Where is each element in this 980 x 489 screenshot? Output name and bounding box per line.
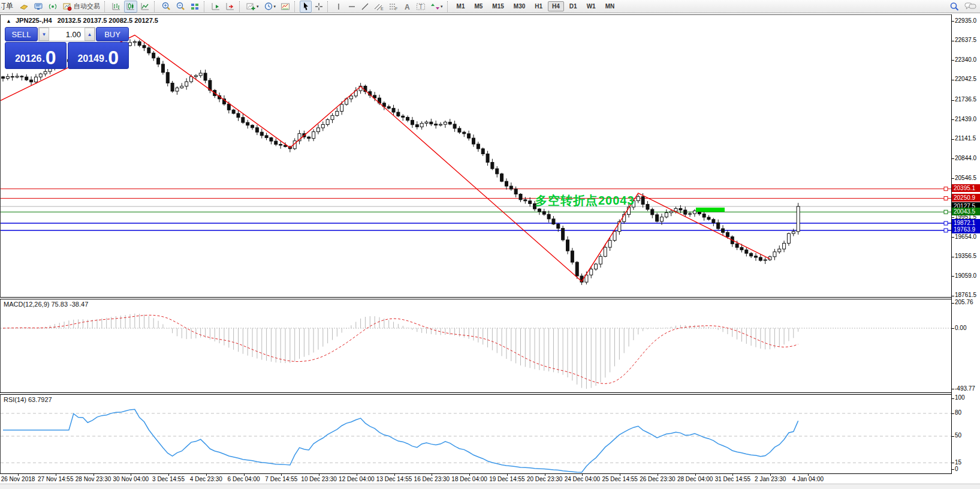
arrows-icon[interactable]: ▾: [429, 1, 445, 13]
sell-button[interactable]: SELL: [5, 27, 38, 41]
ohlc-values: 20132.5 20137.5 20082.5 20127.5: [58, 17, 158, 24]
macd-chart: [1, 299, 952, 392]
pivot-annotation-text: 多空转折点20043: [535, 193, 635, 209]
toolbar-separator: [104, 1, 107, 12]
crosshair-icon[interactable]: [313, 1, 325, 13]
timeframe-button-m15[interactable]: M15: [488, 1, 508, 11]
axis-tick-mark: [952, 303, 954, 304]
time-axis-label: 6 Dec 04:00: [228, 476, 260, 482]
time-axis-label: 10 Dec 23:30: [301, 476, 337, 482]
toolbar: 订单自动交易▾▾EFAT▾M1M5M15M30H1H4D1W1MN: [0, 0, 980, 13]
toolbar-separator: [204, 1, 207, 12]
candlestick-chart: [1, 15, 952, 298]
text-icon[interactable]: A: [401, 1, 413, 13]
timeframe-button-m1[interactable]: M1: [453, 1, 469, 11]
price-axis-label: 21439.0: [955, 116, 976, 122]
label-icon[interactable]: T: [414, 1, 427, 13]
macd-axis-label: -493.77: [955, 385, 975, 392]
vertical-line-icon[interactable]: [333, 1, 345, 13]
toolbar-separator: [239, 1, 242, 12]
buy-price-display[interactable]: 20149.0: [68, 42, 129, 69]
timeframe-button-mn[interactable]: MN: [601, 1, 619, 11]
time-axis-label: 31 Dec 14:55: [715, 476, 751, 482]
axis-tick-mark: [952, 296, 954, 296]
signals-icon[interactable]: [46, 1, 59, 13]
axis-tick-mark: [952, 60, 954, 61]
price-axis-label: 22935.0: [955, 17, 976, 24]
time-axis-label: 16 Dec 23:30: [414, 476, 450, 482]
timeframe-button-w1[interactable]: W1: [583, 1, 600, 11]
axis-tick-mark: [952, 119, 954, 120]
periods-icon[interactable]: ▾: [262, 1, 278, 13]
cursor-icon[interactable]: [300, 1, 312, 13]
axis-tick-mark: [952, 158, 954, 159]
order-book-icon[interactable]: [17, 1, 31, 13]
fibonacci-icon[interactable]: F: [387, 1, 400, 13]
candle-chart-icon[interactable]: [124, 1, 137, 13]
price-axis-label: 22340.0: [955, 56, 976, 63]
trendline-icon[interactable]: [359, 1, 371, 13]
tile-windows-icon[interactable]: [188, 1, 201, 13]
macd-axis-label: 0.00: [955, 325, 966, 331]
toolbar-separator: [294, 1, 297, 12]
macd-indicator-label: MACD(12,26,9) 75.83 -38.47: [4, 301, 88, 308]
axis-tick-mark: [952, 436, 954, 437]
status-strip: [0, 484, 980, 489]
price-axis-label: 19654.0: [955, 233, 976, 240]
price-axis[interactable]: 22935.022637.522340.022042.521736.521439…: [951, 14, 980, 484]
search-icon[interactable]: [948, 1, 961, 13]
line-chart-icon[interactable]: [138, 1, 152, 13]
rsi-axis-label: 0: [955, 466, 958, 472]
terminal-icon[interactable]: [32, 1, 45, 13]
zoom-in-icon[interactable]: [159, 1, 173, 13]
timeframe-button-m5[interactable]: M5: [470, 1, 487, 11]
templates-icon[interactable]: [279, 1, 292, 13]
macd-pane[interactable]: [0, 299, 951, 392]
timeframe-button-h1[interactable]: H1: [530, 1, 547, 11]
hline-price-label: 20395.1: [952, 184, 980, 192]
chart-shift-icon[interactable]: [224, 1, 237, 13]
axis-tick-mark: [952, 257, 954, 257]
rsi-indicator-label: RSI(14) 63.7927: [4, 396, 52, 403]
rsi-pane[interactable]: [0, 395, 951, 474]
lot-increase-button[interactable]: ▲: [85, 28, 95, 41]
time-axis-label: 20 Dec 23:30: [527, 476, 563, 482]
price-chart-pane[interactable]: [0, 14, 951, 297]
sell-price-display[interactable]: 20126.0: [5, 42, 67, 69]
time-axis-label: 28 Dec 04:00: [677, 476, 713, 482]
timeframe-button-m30[interactable]: M30: [509, 1, 529, 11]
toolbar-separator: [447, 1, 450, 12]
rsi-axis-label: 50: [955, 432, 961, 439]
axis-tick-mark: [952, 237, 954, 238]
collapse-arrow-icon[interactable]: ▲: [6, 18, 11, 24]
horizontal-line-icon[interactable]: [346, 1, 358, 13]
bar-chart-icon[interactable]: [110, 1, 123, 13]
lot-size-input[interactable]: [49, 28, 85, 41]
axis-tick-mark: [952, 178, 954, 179]
svg-text:T: T: [419, 4, 423, 10]
axis-tick-mark: [952, 276, 954, 277]
hline-price-label: 20043.5: [952, 208, 980, 215]
orders-button[interactable]: 订单: [1, 1, 17, 11]
time-axis-label: 4 Jan 04:00: [792, 476, 824, 482]
autotrade-button[interactable]: 自动交易: [61, 1, 102, 13]
lot-decrease-button[interactable]: ▼: [39, 28, 49, 41]
price-axis-label: 21736.5: [955, 96, 976, 103]
zoom-out-icon[interactable]: [174, 1, 187, 13]
time-axis-label: 4 Dec 23:30: [190, 476, 222, 482]
time-axis-label: 24 Dec 04:00: [565, 476, 601, 482]
timeframe-button-h4[interactable]: H4: [548, 1, 564, 11]
axis-tick-mark: [952, 398, 954, 399]
timeframe-button-d1[interactable]: D1: [565, 1, 581, 11]
indicators-icon[interactable]: ▾: [245, 1, 261, 13]
time-axis-label: 7 Dec 14:55: [265, 476, 297, 482]
buy-button[interactable]: BUY: [96, 27, 129, 41]
chat-icon[interactable]: [963, 1, 978, 13]
time-axis[interactable]: 26 Nov 201827 Nov 14:5528 Nov 23:3030 No…: [0, 474, 980, 484]
channel-icon[interactable]: E: [372, 1, 385, 13]
autoscroll-icon[interactable]: [209, 1, 222, 13]
price-axis-label: 21141.5: [955, 135, 976, 142]
trading-platform-window: 订单自动交易▾▾EFAT▾M1M5M15M30H1H4D1W1MN ▲ JPN2…: [0, 0, 980, 489]
svg-text:A: A: [405, 3, 410, 11]
time-axis-label: 12 Dec 04:00: [339, 476, 375, 482]
